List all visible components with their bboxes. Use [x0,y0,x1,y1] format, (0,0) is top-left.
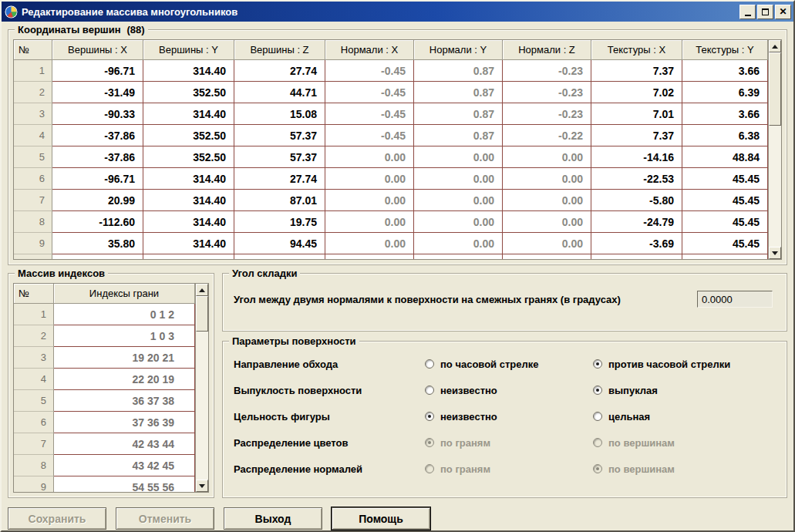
cell[interactable]: 3.66 [682,60,768,82]
cell[interactable]: 36 37 38 [54,390,195,412]
cell[interactable]: 15.08 [234,103,325,125]
cell[interactable]: -37.86 [52,146,143,168]
cell[interactable]: 7.37 [591,60,682,82]
cell[interactable]: 22 20 19 [54,369,195,390]
cell[interactable]: 48.84 [682,146,768,168]
column-header[interactable]: Нормали : X [325,40,414,60]
radio-option[interactable]: неизвестно [425,385,593,396]
cell[interactable]: 57.37 [234,125,325,146]
maximize-button[interactable] [757,5,773,19]
cell[interactable]: -0.45 [325,125,414,146]
radio-option[interactable]: неизвестно [425,411,593,423]
cell[interactable]: 35.80 [52,233,143,254]
scroll-up-button[interactable] [769,40,781,52]
column-header[interactable]: № [14,40,52,60]
cell[interactable]: 314.40 [143,211,234,233]
cell[interactable]: 0.00 [414,211,503,233]
cell[interactable]: -0.45 [325,82,414,103]
cell[interactable]: -112.60 [52,211,143,233]
cell[interactable]: 0.00 [325,211,414,233]
cell[interactable]: 45.45 [682,233,768,254]
cell[interactable]: 7.37 [591,125,682,146]
cell[interactable]: -37.86 [52,125,143,146]
cell[interactable]: 44.71 [234,82,325,103]
cell[interactable]: -0.23 [503,82,591,103]
cell[interactable]: 0.87 [414,60,503,82]
scrollbar-track[interactable] [769,52,781,247]
cell[interactable]: 43 42 45 [54,455,195,476]
cell[interactable]: 0.00 [414,233,503,254]
cell[interactable]: 40.74 [682,254,768,259]
cell[interactable]: 0.00 [503,146,591,168]
scrollbar-thumb[interactable] [196,296,208,332]
cell[interactable]: -90.33 [52,103,143,125]
close-button[interactable]: ✕ [775,5,791,19]
cell[interactable]: 6.38 [682,125,768,146]
cell[interactable]: 0.00 [325,254,414,259]
cell[interactable]: 314.40 [143,233,234,254]
cell[interactable]: 45.45 [682,168,768,190]
vertex-table-scrollbar[interactable] [768,40,781,259]
column-header[interactable]: Вершины : Y [143,40,234,60]
radio-option[interactable]: цельная [593,411,782,423]
cell[interactable]: -112.60 [52,254,143,259]
scroll-down-button[interactable] [769,247,781,259]
cell[interactable]: -96.71 [52,168,143,190]
cell[interactable]: 352.50 [143,146,234,168]
column-header[interactable]: Текстуры : Y [682,40,768,60]
cell[interactable]: -0.45 [325,103,414,125]
cell[interactable]: 314.40 [143,60,234,82]
cell[interactable]: 0.87 [414,82,503,103]
cell[interactable]: 352.50 [143,125,234,146]
cell[interactable]: 27.74 [234,60,325,82]
index-table-scrollbar[interactable] [195,284,208,492]
cell[interactable]: 314.40 [143,103,234,125]
cell[interactable]: 0.00 [325,190,414,211]
title-bar[interactable]: Редактирование массива многоугольников ✕ [2,2,793,22]
cell[interactable]: 1 0 3 [54,325,195,347]
cell[interactable]: 361.40 [143,254,234,259]
scrollbar-track[interactable] [196,296,208,480]
cell[interactable]: 19 20 21 [54,347,195,369]
radio-option[interactable]: по часовой стрелке [425,359,593,370]
scrollbar-thumb[interactable] [769,52,781,126]
column-header[interactable]: Индексы грани [54,284,195,304]
cell[interactable]: -0.22 [503,125,591,146]
cell[interactable]: 352.50 [143,82,234,103]
cell[interactable]: -0.23 [503,60,591,82]
cell[interactable]: -22.53 [591,168,682,190]
cell[interactable]: 45.45 [682,211,768,233]
cell[interactable]: 87.01 [234,190,325,211]
exit-button[interactable]: Выход [224,507,322,530]
scroll-down-button[interactable] [196,480,208,492]
cell[interactable]: -31.49 [52,82,143,103]
cell[interactable]: 0.00 [414,146,503,168]
cell[interactable]: -24.79 [591,254,682,259]
help-button[interactable]: Помощь [332,507,430,530]
cell[interactable]: 0.00 [503,233,591,254]
minimize-button[interactable] [739,5,756,19]
radio-option[interactable]: выпуклая [593,385,782,396]
cell[interactable]: 0.00 [503,254,591,259]
cell[interactable]: 19.75 [234,254,325,259]
cell[interactable]: 0.00 [325,168,414,190]
fold-angle-value-field[interactable] [697,291,773,308]
cell[interactable]: 54 55 56 [54,476,195,492]
column-header[interactable]: Нормали : Z [503,40,591,60]
radio-option[interactable]: против часовой стрелки [593,359,782,370]
cell[interactable]: -5.80 [591,190,682,211]
cell[interactable]: 45.45 [682,190,768,211]
cell[interactable]: 314.40 [143,168,234,190]
cell[interactable]: 20.99 [52,190,143,211]
cell[interactable]: 7.01 [591,103,682,125]
column-header[interactable]: Вершины : Z [234,40,325,60]
cell[interactable]: -24.79 [591,211,682,233]
cell[interactable]: 0.87 [414,103,503,125]
cell[interactable]: 0.00 [414,168,503,190]
cell[interactable]: 0.00 [414,254,503,259]
column-header[interactable]: Нормали : Y [414,40,503,60]
cell[interactable]: 3.66 [682,103,768,125]
cell[interactable]: 7.02 [591,82,682,103]
cell[interactable]: 314.40 [143,190,234,211]
cell[interactable]: 19.75 [234,211,325,233]
